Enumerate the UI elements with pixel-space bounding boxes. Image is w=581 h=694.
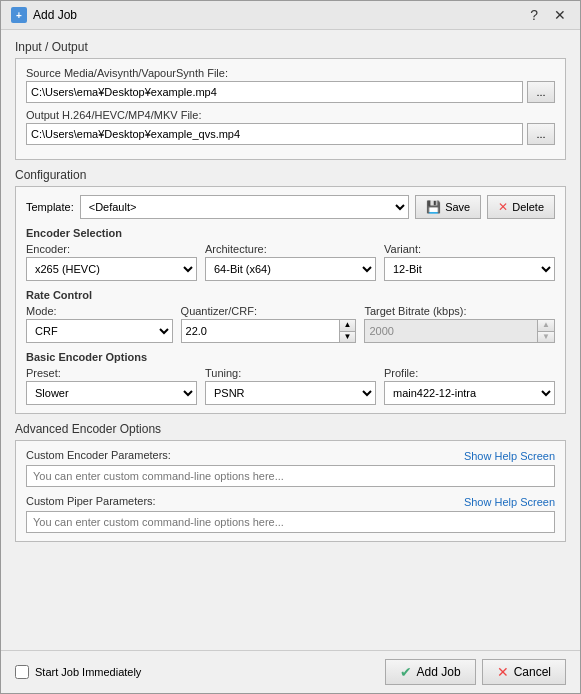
delete-template-button[interactable]: ✕ Delete <box>487 195 555 219</box>
basic-encoder-label: Basic Encoder Options <box>26 351 555 363</box>
custom-piper-header: Custom Piper Parameters: Show Help Scree… <box>26 495 555 509</box>
add-job-label: Add Job <box>417 665 461 679</box>
bitrate-group: Target Bitrate (kbps): ▲ ▼ <box>364 305 555 343</box>
preset-label: Preset: <box>26 367 197 379</box>
save-template-button[interactable]: 💾 Save <box>415 195 481 219</box>
custom-piper-input[interactable] <box>26 511 555 533</box>
architecture-label: Architecture: <box>205 243 376 255</box>
bitrate-label: Target Bitrate (kbps): <box>364 305 555 317</box>
variant-label: Variant: <box>384 243 555 255</box>
mode-select[interactable]: CRF <box>26 319 173 343</box>
custom-params-input[interactable] <box>26 465 555 487</box>
qcrf-up-button[interactable]: ▲ <box>340 320 356 332</box>
save-label: Save <box>445 201 470 213</box>
configuration-box: Template: <Default> 💾 Save ✕ Delete Enco… <box>15 186 566 414</box>
bitrate-spin-buttons: ▲ ▼ <box>537 320 554 342</box>
encoder-selection-label: Encoder Selection <box>26 227 555 239</box>
custom-piper-help-link[interactable]: Show Help Screen <box>464 496 555 508</box>
preset-group: Preset: Slower <box>26 367 197 405</box>
bitrate-down-button[interactable]: ▼ <box>538 332 554 343</box>
custom-params-help-link[interactable]: Show Help Screen <box>464 450 555 462</box>
rate-row: Mode: CRF Quantizer/CRF: ▲ ▼ <box>26 305 555 343</box>
encoder-row: Encoder: x265 (HEVC) Architecture: 64-Bi… <box>26 243 555 281</box>
qcrf-group: Quantizer/CRF: ▲ ▼ <box>181 305 357 343</box>
mode-label: Mode: <box>26 305 173 317</box>
start-immediately-label: Start Job Immediately <box>35 666 141 678</box>
input-output-box: Source Media/Avisynth/VapourSynth File: … <box>15 58 566 160</box>
architecture-select[interactable]: 64-Bit (x64) <box>205 257 376 281</box>
advanced-encoder-section: Advanced Encoder Options Custom Encoder … <box>15 422 566 542</box>
variant-group: Variant: 12-Bit <box>384 243 555 281</box>
qcrf-down-button[interactable]: ▼ <box>340 332 356 343</box>
footer-right: ✔ Add Job ✕ Cancel <box>385 659 566 685</box>
profile-label: Profile: <box>384 367 555 379</box>
delete-label: Delete <box>512 201 544 213</box>
dialog-footer: Start Job Immediately ✔ Add Job ✕ Cancel <box>1 650 580 693</box>
tuning-select[interactable]: PSNR <box>205 381 376 405</box>
cancel-icon: ✕ <box>497 664 509 680</box>
configuration-title: Configuration <box>15 168 566 182</box>
configuration-section: Configuration Template: <Default> 💾 Save… <box>15 168 566 414</box>
add-job-icon: ✔ <box>400 664 412 680</box>
basic-row: Preset: Slower Tuning: PSNR Profile: <box>26 367 555 405</box>
title-bar: + Add Job ? ✕ <box>1 1 580 30</box>
close-button[interactable]: ✕ <box>550 8 570 22</box>
custom-params-label: Custom Encoder Parameters: <box>26 449 171 461</box>
output-browse-button[interactable]: ... <box>527 123 555 145</box>
cancel-label: Cancel <box>514 665 551 679</box>
input-output-title: Input / Output <box>15 40 566 54</box>
template-row: Template: <Default> 💾 Save ✕ Delete <box>26 195 555 219</box>
qcrf-spinbox: ▲ ▼ <box>181 319 357 343</box>
add-job-dialog: + Add Job ? ✕ Input / Output Source Medi… <box>0 0 581 694</box>
preset-select[interactable]: Slower <box>26 381 197 405</box>
encoder-label: Encoder: <box>26 243 197 255</box>
delete-icon: ✕ <box>498 200 508 214</box>
bitrate-spinbox: ▲ ▼ <box>364 319 555 343</box>
tuning-group: Tuning: PSNR <box>205 367 376 405</box>
dialog-body: Input / Output Source Media/Avisynth/Vap… <box>1 30 580 650</box>
qcrf-spin-buttons: ▲ ▼ <box>339 320 356 342</box>
architecture-group: Architecture: 64-Bit (x64) <box>205 243 376 281</box>
source-label: Source Media/Avisynth/VapourSynth File: <box>26 67 555 79</box>
profile-select[interactable]: main422-12-intra <box>384 381 555 405</box>
output-input[interactable] <box>26 123 523 145</box>
tuning-label: Tuning: <box>205 367 376 379</box>
advanced-encoder-box: Custom Encoder Parameters: Show Help Scr… <box>15 440 566 542</box>
bitrate-up-button[interactable]: ▲ <box>538 320 554 332</box>
title-bar-left: + Add Job <box>11 7 77 23</box>
qcrf-input[interactable] <box>182 320 339 342</box>
custom-piper-label: Custom Piper Parameters: <box>26 495 156 507</box>
title-bar-buttons: ? ✕ <box>526 8 570 22</box>
source-browse-button[interactable]: ... <box>527 81 555 103</box>
add-job-button[interactable]: ✔ Add Job <box>385 659 476 685</box>
output-label: Output H.264/HEVC/MP4/MKV File: <box>26 109 555 121</box>
qcrf-label: Quantizer/CRF: <box>181 305 357 317</box>
dialog-title: Add Job <box>33 8 77 22</box>
encoder-group: Encoder: x265 (HEVC) <box>26 243 197 281</box>
input-output-section: Input / Output Source Media/Avisynth/Vap… <box>15 40 566 160</box>
variant-select[interactable]: 12-Bit <box>384 257 555 281</box>
cancel-button[interactable]: ✕ Cancel <box>482 659 566 685</box>
dialog-icon: + <box>11 7 27 23</box>
output-file-row: ... <box>26 123 555 145</box>
bitrate-input[interactable] <box>365 320 537 342</box>
footer-left: Start Job Immediately <box>15 665 141 679</box>
save-icon: 💾 <box>426 200 441 214</box>
custom-params-header: Custom Encoder Parameters: Show Help Scr… <box>26 449 555 463</box>
template-label: Template: <box>26 201 74 213</box>
source-file-row: ... <box>26 81 555 103</box>
mode-group: Mode: CRF <box>26 305 173 343</box>
advanced-encoder-title: Advanced Encoder Options <box>15 422 566 436</box>
rate-control-label: Rate Control <box>26 289 555 301</box>
template-select[interactable]: <Default> <box>80 195 409 219</box>
source-input[interactable] <box>26 81 523 103</box>
encoder-select[interactable]: x265 (HEVC) <box>26 257 197 281</box>
profile-group: Profile: main422-12-intra <box>384 367 555 405</box>
start-immediately-checkbox[interactable] <box>15 665 29 679</box>
help-button[interactable]: ? <box>526 8 542 22</box>
